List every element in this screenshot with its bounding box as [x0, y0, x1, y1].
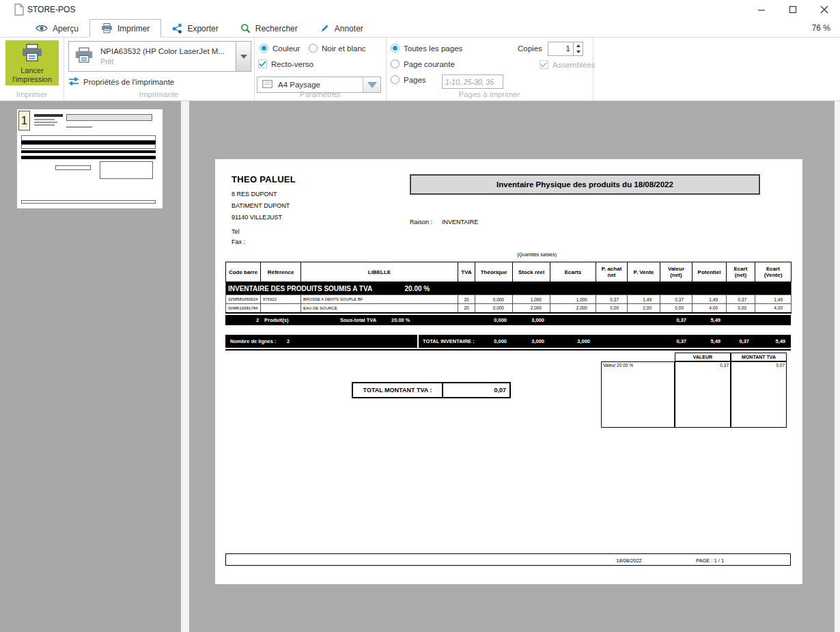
vertical-scrollbar[interactable] [835, 101, 840, 632]
radio-label: Pages [404, 76, 426, 84]
col-header: TVA [458, 262, 475, 282]
tab-exporter[interactable]: Exporter [161, 19, 229, 38]
subtotal-label: Sous-total TVA [340, 315, 376, 325]
radio-couleur[interactable]: Couleur [260, 44, 300, 53]
total-potentiel: 5,49 [692, 335, 726, 348]
close-button[interactable] [809, 0, 840, 19]
cell-libelle: BROSSE A DENTS SOUPLE BF [301, 295, 458, 304]
radio-noir-et-blanc[interactable]: Noir et blanc [309, 44, 366, 53]
radio-label: Noir et blanc [322, 44, 366, 53]
table-header-row: Code barre Référence LIBELLE TVA Théoriq… [226, 262, 792, 282]
panel-splitter[interactable] [181, 101, 189, 632]
cell-tva: 20 [458, 295, 475, 304]
title-bar: STORE-POS [0, 0, 840, 19]
radio-label: Page courante [404, 60, 455, 68]
copies-stepper[interactable]: 1 [548, 42, 583, 56]
cell-reference: 576322 [261, 295, 301, 304]
tab-label: Aperçu [53, 24, 79, 33]
col-header: Code barre [226, 262, 261, 282]
quantities-note: (Quantités saisies) [475, 252, 557, 257]
subtotal-stock: 3,000 [512, 315, 550, 325]
thumbnail-content [66, 126, 92, 128]
cell-tva: 20 [458, 304, 475, 313]
col-header: Stock réel [513, 262, 550, 282]
cell-pachat: 0,37 [596, 295, 628, 304]
thumbnail-content [34, 114, 63, 117]
thumbnail-content [34, 122, 57, 123]
tab-bar: Aperçu Imprimer Exporter Rechercher Anno… [0, 19, 840, 38]
col-header: Référence [261, 262, 301, 282]
cell-reference [261, 304, 301, 313]
tab-apercu[interactable]: Aperçu [25, 19, 89, 38]
radio-pages[interactable]: Pages [391, 75, 426, 84]
stepper-arrows [573, 42, 583, 55]
subtotal-theorique: 0,000 [475, 315, 512, 325]
maximize-button[interactable] [777, 0, 809, 19]
thumbnail-content [21, 144, 156, 149]
cell-theorique: 0,000 [475, 295, 513, 304]
window-title: STORE-POS [27, 5, 75, 14]
checkbox-checked-disabled-icon [540, 60, 548, 69]
copies-value: 1 [548, 42, 573, 55]
footer-page-number: PAGE : 1 / 1 [696, 558, 724, 564]
group-label-imprimer: Imprimer [0, 90, 64, 98]
printer-icon [21, 44, 43, 64]
subtotal-unit: Produit(s) [264, 315, 288, 325]
tab-annoter[interactable]: Annoter [309, 19, 374, 38]
divider-line [225, 349, 791, 351]
radio-icon [391, 75, 400, 84]
launch-print-label: Lancer l'impression [5, 66, 59, 84]
table-row: 3258581650524 576322 BROSSE A DENTS SOUP… [226, 295, 792, 304]
pen-icon [320, 23, 330, 33]
printer-dropdown-button[interactable] [236, 42, 251, 71]
stepper-down-button[interactable] [574, 49, 583, 56]
company-address: 91140 VILLEJUST [232, 214, 282, 221]
cell-stock: 1,000 [513, 295, 550, 304]
page-thumbnail[interactable]: 1 [17, 109, 163, 208]
radio-page-courante[interactable]: Page courante [391, 59, 455, 68]
tva-col-valeur: VALEUR [675, 353, 731, 361]
thumbnail-content [55, 165, 91, 170]
section-rate: 20.00 % [405, 285, 430, 292]
section-title: INVENTAIRE DES PRODUITS SOUMIS A TVA [228, 285, 372, 292]
minimize-button[interactable] [746, 0, 777, 19]
checkbox-recto-verso[interactable]: Recto-verso [258, 59, 313, 68]
share-icon [172, 23, 182, 33]
search-icon [240, 23, 251, 33]
printer-icon [74, 47, 94, 66]
stepper-up-button[interactable] [574, 42, 583, 49]
cell-potentiel: 1,49 [692, 295, 727, 304]
tab-imprimer[interactable]: Imprimer [89, 19, 161, 38]
tab-label: Imprimer [117, 24, 150, 33]
tab-label: Rechercher [255, 24, 298, 33]
pages-range-input[interactable] [442, 74, 503, 89]
printer-properties-label: Propriétés de l'imprimante [83, 78, 174, 86]
inventory-table: Code barre Référence LIBELLE TVA Théoriq… [225, 262, 792, 314]
total-ecarts: 3,000 [550, 335, 596, 348]
cell-pvente: 2,00 [628, 304, 660, 313]
radio-toutes-les-pages[interactable]: Toutes les pages [391, 44, 462, 53]
chevron-down-icon [576, 51, 580, 53]
col-header: LIBELLE [301, 262, 458, 282]
cell-ecart-net: 0,00 [727, 304, 755, 313]
tabs: Aperçu Imprimer Exporter Rechercher Anno… [25, 19, 374, 38]
total-tva-label: TOTAL MONTANT TVA : [353, 383, 443, 397]
chevron-down-icon [367, 82, 377, 88]
eye-icon [36, 24, 48, 33]
cell-ecart-net: 0,37 [727, 295, 755, 304]
sliders-icon [68, 77, 79, 87]
cell-ecart-vente: 4,00 [755, 304, 792, 313]
cell-stock: 2,000 [513, 304, 550, 313]
tab-label: Exporter [187, 24, 218, 33]
main-area: 1 THEO PALUEL 8 RES DUPONT [0, 101, 840, 632]
printer-properties-link[interactable]: Propriétés de l'imprimante [68, 77, 174, 87]
raison-row: Raison : INVENTAIRE [410, 219, 478, 225]
tab-rechercher[interactable]: Rechercher [229, 19, 309, 38]
group-divider [593, 38, 593, 100]
launch-print-button[interactable]: Lancer l'impression [5, 40, 59, 85]
cell-theorique: 0,000 [475, 304, 513, 313]
total-ecart-net: 0,37 [726, 335, 755, 348]
subtotal-bar: 2 Produit(s) Sous-total TVA 20.00 % 0,00… [225, 315, 791, 325]
section-header: INVENTAIRE DES PRODUITS SOUMIS A TVA 20.… [226, 282, 792, 295]
printer-select[interactable]: NPIA63532 (HP Color LaserJet M... Prêt [68, 41, 251, 72]
